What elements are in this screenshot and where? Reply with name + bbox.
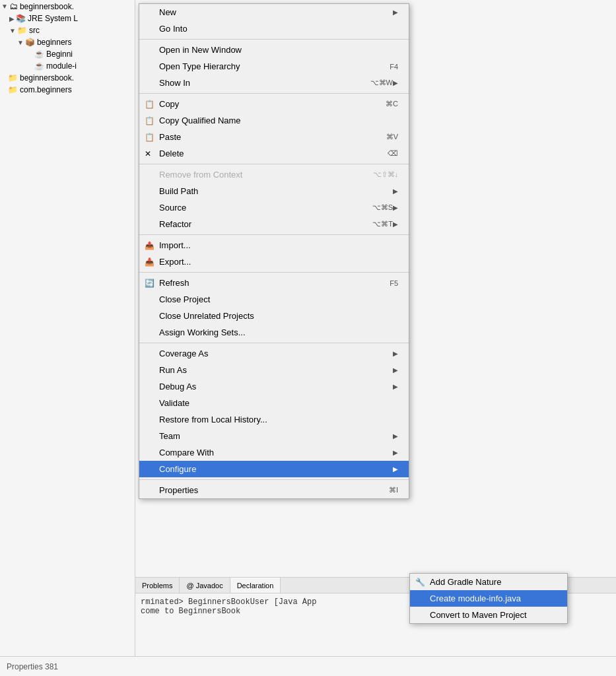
submenu-arrow-new: ▶ — [393, 9, 398, 16]
menu-item-go-into[interactable]: Go Into — [139, 20, 409, 37]
menu-label-source: Source — [159, 203, 359, 213]
menu-label-coverage-as: Coverage As — [159, 349, 393, 358]
submenu-configure: 🔧 Add Gradle Nature Create module-info.j… — [409, 573, 568, 624]
menu-item-refresh[interactable]: 🔄 Refresh F5 — [139, 275, 409, 291]
submenu-arrow-show-in: ▶ — [393, 79, 398, 86]
menu-item-close-unrelated[interactable]: Close Unrelated Projects — [139, 308, 409, 324]
menu-label-copy-qualified: Copy Qualified Name — [159, 116, 398, 125]
menu-label-configure: Configure — [159, 464, 393, 474]
shortcut-remove-context: ⌥⇧⌘↓ — [373, 170, 399, 179]
menu-label-create-module-info: Create module-info.java — [430, 593, 557, 603]
menu-item-restore-local-history[interactable]: Restore from Local History... — [139, 411, 409, 428]
submenu-arrow-coverage-as: ▶ — [393, 350, 398, 357]
menu-item-build-path[interactable]: Build Path ▶ — [139, 183, 409, 199]
submenu-arrow-source: ▶ — [393, 204, 398, 211]
menu-label-team: Team — [159, 431, 393, 441]
menu-label-run-as: Run As — [159, 365, 393, 375]
menu-item-new[interactable]: New ▶ — [139, 4, 409, 20]
menu-item-import[interactable]: 📤 Import... — [139, 237, 409, 254]
menu-item-refactor[interactable]: Refactor ⌥⌘T ▶ — [139, 216, 409, 232]
menu-label-refactor: Refactor — [159, 219, 359, 229]
shortcut-source: ⌥⌘S — [372, 203, 393, 212]
shortcut-f4: F4 — [390, 63, 398, 71]
copy-qualified-icon: 📋 — [145, 116, 154, 125]
separator-1 — [139, 39, 409, 40]
context-menu: New ▶ Go Into Open in New Window Open Ty… — [139, 3, 409, 499]
menu-label-convert-maven: Convert to Maven Project — [430, 610, 557, 620]
menu-label-validate: Validate — [159, 398, 398, 408]
shortcut-show-in: ⌥⌘W — [370, 79, 393, 87]
paste-icon: 📋 — [145, 133, 154, 142]
separator-4 — [139, 234, 409, 235]
submenu-arrow-compare-with: ▶ — [393, 449, 398, 456]
properties-bar-text: Properties 381 — [7, 662, 58, 671]
properties-bar: Properties 381 — [0, 656, 616, 676]
separator-5 — [139, 272, 409, 273]
shortcut-delete: ⌫ — [388, 149, 398, 158]
menu-label-close-project: Close Project — [159, 294, 398, 304]
menu-item-open-new-window[interactable]: Open in New Window — [139, 42, 409, 58]
submenu-arrow-team: ▶ — [393, 432, 398, 440]
menu-item-compare-with[interactable]: Compare With ▶ — [139, 444, 409, 461]
menu-label-add-gradle-nature: Add Gradle Nature — [430, 577, 557, 587]
menu-item-debug-as[interactable]: Debug As ▶ — [139, 378, 409, 395]
export-icon: 📥 — [145, 257, 154, 267]
menu-item-configure[interactable]: Configure ▶ — [139, 461, 409, 477]
menu-item-copy-qualified[interactable]: 📋 Copy Qualified Name — [139, 112, 409, 129]
shortcut-paste: ⌘V — [386, 133, 398, 141]
delete-icon: ✕ — [145, 149, 151, 158]
menu-label-compare-with: Compare With — [159, 448, 393, 457]
menu-label-paste: Paste — [159, 132, 373, 142]
separator-6 — [139, 343, 409, 343]
menu-item-export[interactable]: 📥 Export... — [139, 254, 409, 270]
menu-label-restore-local-history: Restore from Local History... — [159, 415, 398, 424]
menu-label-new: New — [159, 7, 393, 17]
menu-label-open-new-window: Open in New Window — [159, 45, 398, 55]
menu-item-team[interactable]: Team ▶ — [139, 428, 409, 444]
menu-item-create-module-info[interactable]: Create module-info.java — [410, 590, 567, 607]
menu-item-copy[interactable]: 📋 Copy ⌘C — [139, 96, 409, 112]
separator-7 — [139, 479, 409, 480]
import-icon: 📤 — [145, 241, 154, 250]
separator-2 — [139, 93, 409, 94]
menu-item-run-as[interactable]: Run As ▶ — [139, 362, 409, 378]
menu-label-import: Import... — [159, 240, 398, 250]
menu-label-properties: Properties — [159, 485, 376, 495]
menu-item-assign-working-sets[interactable]: Assign Working Sets... — [139, 324, 409, 341]
refresh-icon: 🔄 — [145, 279, 154, 288]
menu-label-debug-as: Debug As — [159, 382, 393, 391]
menu-item-open-type-hierarchy[interactable]: Open Type Hierarchy F4 — [139, 58, 409, 75]
menu-label-go-into: Go Into — [159, 24, 398, 34]
gradle-icon: 🔧 — [415, 578, 425, 587]
menu-item-show-in[interactable]: Show In ⌥⌘W ▶ — [139, 75, 409, 91]
menu-item-delete[interactable]: ✕ Delete ⌫ — [139, 145, 409, 162]
menu-label-show-in: Show In — [159, 78, 357, 88]
shortcut-refresh: F5 — [390, 279, 398, 287]
menu-item-source[interactable]: Source ⌥⌘S ▶ — [139, 199, 409, 216]
menu-item-close-project[interactable]: Close Project — [139, 291, 409, 308]
submenu-arrow-debug-as: ▶ — [393, 383, 398, 390]
menu-label-delete: Delete — [159, 149, 374, 158]
menu-item-convert-maven[interactable]: Convert to Maven Project — [410, 607, 567, 623]
menu-label-assign-working-sets: Assign Working Sets... — [159, 327, 398, 337]
menu-label-refresh: Refresh — [159, 278, 376, 288]
menu-item-paste[interactable]: 📋 Paste ⌘V — [139, 129, 409, 145]
shortcut-copy: ⌘C — [386, 100, 398, 108]
separator-3 — [139, 164, 409, 164]
submenu-arrow-run-as: ▶ — [393, 366, 398, 374]
menu-label-build-path: Build Path — [159, 186, 393, 196]
context-menu-overlay: New ▶ Go Into Open in New Window Open Ty… — [0, 0, 616, 676]
menu-item-remove-context[interactable]: Remove from Context ⌥⇧⌘↓ — [139, 166, 409, 183]
menu-item-properties[interactable]: Properties ⌘I — [139, 482, 409, 498]
submenu-arrow-build-path: ▶ — [393, 187, 398, 195]
submenu-arrow-configure: ▶ — [393, 465, 398, 473]
menu-item-coverage-as[interactable]: Coverage As ▶ — [139, 345, 409, 362]
menu-label-close-unrelated: Close Unrelated Projects — [159, 311, 398, 321]
menu-item-validate[interactable]: Validate — [139, 395, 409, 411]
menu-label-copy: Copy — [159, 99, 372, 109]
menu-item-add-gradle-nature[interactable]: 🔧 Add Gradle Nature — [410, 574, 567, 590]
menu-label-export: Export... — [159, 257, 398, 267]
submenu-arrow-refactor: ▶ — [393, 220, 398, 228]
menu-label-remove-context: Remove from Context — [159, 170, 360, 180]
shortcut-properties: ⌘I — [389, 486, 398, 494]
